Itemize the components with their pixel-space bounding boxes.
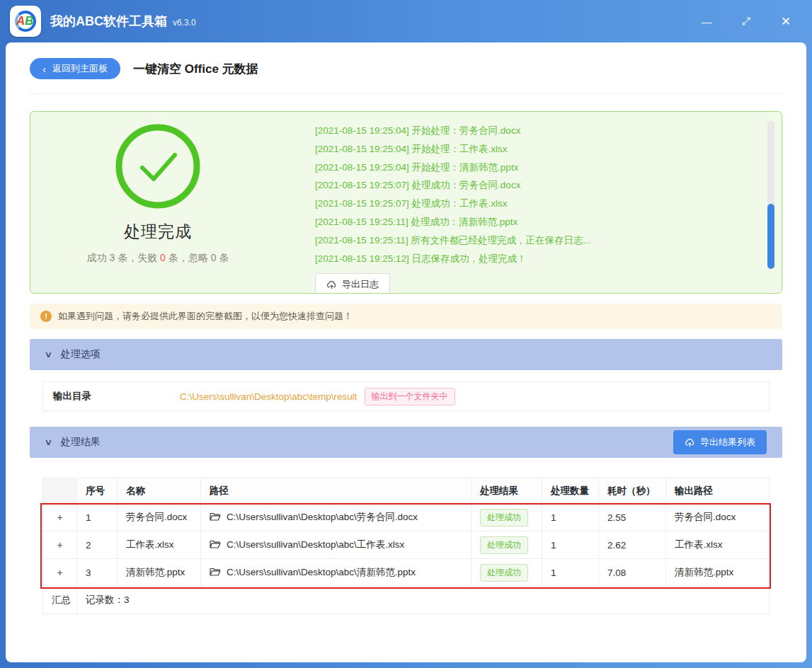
notice-bar: ! 如果遇到问题，请务必提供此界面的完整截图，以便为您快速排查问题！: [30, 304, 782, 329]
cell-name: 劳务合同.docx: [118, 504, 201, 531]
status-badge: 处理成功: [480, 536, 528, 554]
log-area: [2021-08-15 19:25:04] 开始处理：劳务合同.docx [20…: [285, 120, 782, 284]
status-badge: 处理成功: [480, 564, 528, 582]
output-directory-value: C:\Users\sullivan\Desktop\abc\temp\resul…: [180, 391, 358, 402]
cell-count: 1: [542, 531, 599, 559]
chevron-down-icon: ∨: [44, 437, 52, 447]
log-line: [2021-08-15 19:25:11] 处理成功：清新韩范.pptx: [315, 213, 732, 231]
cell-result: 处理成功: [471, 504, 542, 531]
cell-time: 7.08: [599, 559, 666, 587]
maximize-button[interactable]: ⤢: [738, 15, 754, 28]
check-circle-icon: [115, 123, 201, 209]
export-results-button[interactable]: 导出结果列表: [673, 430, 767, 454]
stats-part1: 成功 3 条，失败: [87, 252, 160, 263]
cell-output: 劳务合同.docx: [666, 504, 770, 531]
log-scrollbar-thumb[interactable]: [767, 204, 774, 269]
main-card: ‹ 返回到主面板 一键清空 Office 元数据 处理完成 成功 3 条，失败 …: [6, 42, 806, 662]
chevron-left-icon: ‹: [42, 64, 46, 74]
folder-icon[interactable]: [210, 512, 221, 522]
cell-time: 2.62: [599, 531, 666, 559]
path-text: C:\Users\sullivan\Desktop\abc\工作表.xlsx: [227, 539, 404, 550]
table-header-row: 序号 名称 路径 处理结果 处理数量 耗时（秒） 输出路径: [43, 478, 770, 504]
export-log-button[interactable]: 导出日志: [315, 273, 390, 294]
log-line: [2021-08-15 19:25:12] 日志保存成功，处理完成！: [315, 250, 732, 268]
header-name: 名称: [118, 478, 201, 504]
status-title: 处理完成: [124, 221, 192, 243]
cell-name: 清新韩范.pptx: [118, 559, 201, 587]
results-table: 序号 名称 路径 处理结果 处理数量 耗时（秒） 输出路径 + 1 劳务合同.d…: [42, 478, 770, 614]
output-directory-row: 输出目录 C:\Users\sullivan\Desktop\abc\temp\…: [42, 381, 770, 411]
back-to-dashboard-button[interactable]: ‹ 返回到主面板: [30, 58, 120, 79]
header-result: 处理结果: [471, 478, 542, 504]
cell-time: 2.55: [599, 504, 666, 531]
results-table-wrap: 序号 名称 路径 处理结果 处理数量 耗时（秒） 输出路径 + 1 劳务合同.d…: [42, 478, 770, 614]
notice-text: 如果遇到问题，请务必提供此界面的完整截图，以便为您快速排查问题！: [58, 310, 353, 323]
app-logo-icon: A B: [10, 6, 41, 37]
export-results-label: 导出结果列表: [700, 436, 755, 449]
cell-index: 3: [77, 559, 118, 587]
folder-icon[interactable]: [210, 567, 221, 577]
logo-letter-b: B: [25, 14, 33, 28]
minimize-button[interactable]: —: [699, 16, 714, 28]
output-directory-label: 输出目录: [43, 390, 180, 403]
summary-label: 汇总: [43, 587, 77, 614]
log-line: [2021-08-15 19:25:11] 所有文件都已经处理完成，正在保存日志…: [315, 231, 732, 250]
log-line: [2021-08-15 19:25:07] 处理成功：工作表.xlsx: [315, 195, 732, 213]
output-mode-tag: 输出到一个文件夹中: [365, 388, 455, 405]
header-index: 序号: [77, 478, 118, 504]
close-button[interactable]: ✕: [778, 14, 794, 29]
header-path: 路径: [201, 478, 471, 504]
cell-result: 处理成功: [471, 559, 542, 587]
cell-path: C:\Users\sullivan\Desktop\abc\清新韩范.pptx: [201, 559, 471, 587]
window-controls: — ⤢ ✕: [699, 14, 798, 29]
status-stats: 成功 3 条，失败 0 条，忽略 0 条: [87, 252, 229, 265]
cell-name: 工作表.xlsx: [118, 531, 201, 559]
header-time: 耗时（秒）: [599, 478, 666, 504]
app-title: 我的ABC软件工具箱: [50, 13, 167, 30]
stats-part2: 条，忽略 0 条: [166, 252, 229, 263]
logo-letter-a: A: [16, 14, 25, 28]
header-output: 输出路径: [666, 478, 770, 504]
expand-row-button[interactable]: +: [43, 504, 77, 531]
result-summary-panel: 处理完成 成功 3 条，失败 0 条，忽略 0 条 [2021-08-15 19…: [30, 111, 782, 294]
results-section-title: 处理结果: [61, 436, 101, 449]
cell-path: C:\Users\sullivan\Desktop\abc\工作表.xlsx: [201, 531, 471, 559]
status-badge: 处理成功: [480, 509, 528, 526]
log-line: [2021-08-15 19:25:07] 处理成功：劳务合同.docx: [315, 176, 732, 195]
expand-row-button[interactable]: +: [43, 559, 77, 587]
back-button-label: 返回到主面板: [52, 62, 108, 75]
result-status-column: 处理完成 成功 3 条，失败 0 条，忽略 0 条: [30, 120, 285, 284]
cloud-export-icon: [326, 280, 337, 290]
page-title: 一键清空 Office 元数据: [133, 61, 258, 77]
cell-index: 2: [77, 531, 118, 559]
header-expand: [43, 478, 77, 504]
cell-index: 1: [77, 504, 118, 531]
log-scrollbar-track[interactable]: [767, 121, 774, 269]
titlebar: A B 我的ABC软件工具箱 v6.3.0 — ⤢ ✕: [0, 0, 812, 42]
export-log-label: 导出日志: [342, 278, 379, 291]
cell-output: 工作表.xlsx: [666, 531, 770, 559]
expand-row-button[interactable]: +: [43, 531, 77, 559]
table-row: + 1 劳务合同.docx C:\Users\sullivan\Desktop\…: [43, 504, 770, 531]
folder-icon[interactable]: [210, 539, 221, 549]
log-line: [2021-08-15 19:25:04] 开始处理：劳务合同.docx: [315, 122, 732, 140]
title-group: 我的ABC软件工具箱 v6.3.0: [50, 13, 196, 30]
path-text: C:\Users\sullivan\Desktop\abc\清新韩范.pptx: [227, 567, 416, 577]
cell-output: 清新韩范.pptx: [666, 559, 770, 587]
section-header-results[interactable]: ∨ 处理结果 导出结果列表: [30, 427, 782, 458]
page-header: ‹ 返回到主面板 一键清空 Office 元数据: [30, 58, 782, 94]
log-line: [2021-08-15 19:25:04] 开始处理：清新韩范.pptx: [315, 159, 732, 177]
summary-row: 汇总 记录数：3: [43, 587, 770, 614]
summary-value: 记录数：3: [77, 587, 770, 614]
options-body: 输出目录 C:\Users\sullivan\Desktop\abc\temp\…: [42, 381, 770, 411]
warning-icon: !: [40, 311, 52, 322]
options-section-title: 处理选项: [61, 348, 101, 361]
header-count: 处理数量: [542, 478, 599, 504]
log-line: [2021-08-15 19:25:04] 开始处理：工作表.xlsx: [315, 140, 732, 159]
app-version: v6.3.0: [173, 18, 196, 28]
cell-path: C:\Users\sullivan\Desktop\abc\劳务合同.docx: [201, 504, 471, 531]
table-row: + 2 工作表.xlsx C:\Users\sullivan\Desktop\a…: [43, 531, 770, 559]
fail-count: 0: [160, 252, 166, 263]
section-header-options[interactable]: ∨ 处理选项: [30, 339, 782, 370]
cell-result: 处理成功: [471, 531, 542, 559]
